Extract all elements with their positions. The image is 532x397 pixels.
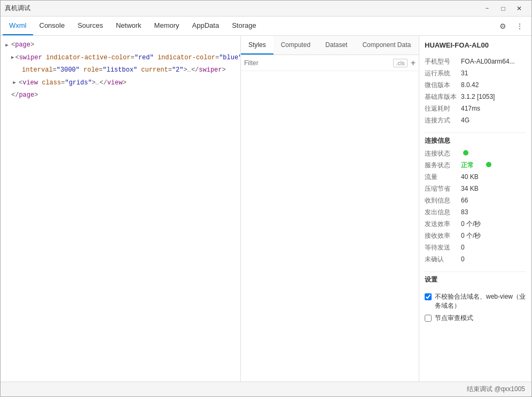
info-row-unconfirm: 未确认 0 xyxy=(425,253,526,265)
info-row-conn-type: 连接方式 4G xyxy=(425,114,526,126)
filter-cls-button[interactable]: .cls xyxy=(393,59,408,67)
section-connection: 连接信息 xyxy=(425,133,526,147)
filter-input[interactable] xyxy=(244,59,390,67)
value-rtt: 417ms xyxy=(461,105,526,112)
label-node-inspect: 节点审查模式 xyxy=(435,314,473,323)
label-pending: 等待发送 xyxy=(425,243,461,252)
menu-memory[interactable]: Memory xyxy=(148,17,186,35)
tab-dataset[interactable]: Dataset xyxy=(318,36,355,55)
minimize-button[interactable]: － xyxy=(479,1,495,17)
label-conn-status: 连接状态 xyxy=(425,149,461,158)
tab-component-data[interactable]: Component Data xyxy=(355,36,418,55)
menubar: Wxml Console Sources Network Memory AppD… xyxy=(1,17,531,36)
menu-actions: ⚙ ⋮ xyxy=(495,17,529,35)
value-recv-msg: 66 xyxy=(461,197,526,204)
info-row-lib: 基础库版本 3.1.2 [1053] xyxy=(425,91,526,103)
value-conn-status xyxy=(461,150,526,157)
info-row-wechat: 微信版本 8.0.42 xyxy=(425,79,526,91)
titlebar: 真机调试 － □ ✕ xyxy=(1,1,531,17)
dom-line-page[interactable]: ▶ <page> xyxy=(3,39,238,52)
main-window: 真机调试 － □ ✕ Wxml Console Sources Network … xyxy=(0,0,532,397)
label-lib: 基础库版本 xyxy=(425,92,461,102)
dom-panel: ▶ <page> ▶ <swiper indicator-active-colo… xyxy=(1,36,241,382)
titlebar-controls: － □ ✕ xyxy=(479,1,527,17)
conn-status-dot xyxy=(463,150,468,155)
filter-add-button[interactable]: + xyxy=(411,58,416,68)
toggle-view[interactable]: ▶ xyxy=(11,80,18,87)
bottom-text: 结束调试 @qxx1005 xyxy=(467,385,525,394)
settings-section: 不校验合法域名、web-view（业务域名） 节点审查模式 xyxy=(425,291,526,324)
menu-sources[interactable]: Sources xyxy=(71,17,109,35)
menu-wxml[interactable]: Wxml xyxy=(3,17,33,35)
value-unconfirm: 0 xyxy=(461,255,526,263)
tab-styles[interactable]: Styles xyxy=(241,36,273,55)
info-row-recv-rate: 接收效率 0 个/秒 xyxy=(425,230,526,242)
info-row-traffic: 流量 40 KB xyxy=(425,171,526,183)
value-os: 31 xyxy=(461,69,526,77)
value-traffic: 40 KB xyxy=(461,173,526,181)
label-recv-rate: 接收效率 xyxy=(425,231,461,240)
dom-line-swiper[interactable]: ▶ <swiper indicator-active-color="red" i… xyxy=(3,52,238,65)
checkbox-node-inspect[interactable] xyxy=(425,315,432,322)
info-row-service-status: 服务状态 正常 xyxy=(425,159,526,171)
titlebar-title: 真机调试 xyxy=(5,4,479,13)
section-settings: 设置 xyxy=(425,271,526,286)
value-compress: 34 KB xyxy=(461,185,526,192)
info-row-pending: 等待发送 0 xyxy=(425,242,526,253)
info-row-compress: 压缩节省 34 KB xyxy=(425,183,526,194)
label-traffic: 流量 xyxy=(425,173,461,182)
value-pending: 0 xyxy=(461,244,526,251)
value-recv-rate: 0 个/秒 xyxy=(461,231,526,240)
info-row-send-msg: 发出信息 83 xyxy=(425,206,526,218)
menu-storage[interactable]: Storage xyxy=(225,17,263,35)
info-row-model: 手机型号 FOA-AL00arm64... xyxy=(425,56,526,67)
close-button[interactable]: ✕ xyxy=(511,1,527,17)
label-send-rate: 发送效率 xyxy=(425,220,461,229)
label-unconfirm: 未确认 xyxy=(425,255,461,264)
menu-console[interactable]: Console xyxy=(33,17,72,35)
checkbox-no-validate[interactable] xyxy=(425,293,432,300)
value-service-status: 正常 xyxy=(461,161,526,170)
tab-computed[interactable]: Computed xyxy=(273,36,318,55)
setting-node-inspect: 节点审查模式 xyxy=(425,312,526,324)
value-send-msg: 83 xyxy=(461,208,526,216)
device-info-panel: HUAWEI-FOA-AL00 手机型号 FOA-AL00arm64... 运行… xyxy=(419,36,531,382)
dom-line-page-close[interactable]: </page> xyxy=(3,89,238,102)
info-row-rtt: 往返耗时 417ms xyxy=(425,103,526,114)
service-status-dot xyxy=(486,162,491,167)
dom-tree[interactable]: ▶ <page> ▶ <swiper indicator-active-colo… xyxy=(1,36,240,382)
value-lib: 3.1.2 [1053] xyxy=(461,93,526,100)
menu-network[interactable]: Network xyxy=(109,17,148,35)
label-os: 运行系统 xyxy=(425,69,461,78)
label-conn-type: 连接方式 xyxy=(425,116,461,125)
dom-line-swiper-attrs[interactable]: interval="3000" role="listbox" current="… xyxy=(3,64,238,77)
filter-bar: .cls + xyxy=(241,55,419,71)
value-model: FOA-AL00arm64... xyxy=(461,58,526,65)
more-icon[interactable]: ⋮ xyxy=(512,19,527,34)
info-row-conn-status: 连接状态 xyxy=(425,147,526,159)
connection-info: 连接状态 服务状态 正常 流量 40 KB 压缩节省 xyxy=(425,147,526,265)
info-row-send-rate: 发送效率 0 个/秒 xyxy=(425,218,526,230)
value-conn-type: 4G xyxy=(461,116,526,124)
info-row-recv-msg: 收到信息 66 xyxy=(425,194,526,206)
info-row-os: 运行系统 31 xyxy=(425,67,526,79)
toggle-page[interactable]: ▶ xyxy=(4,42,10,49)
styles-tabs: Styles Computed Dataset Component Data xyxy=(241,36,419,55)
styles-panel: Styles Computed Dataset Component Data .… xyxy=(241,36,419,382)
menu-appdata[interactable]: AppData xyxy=(186,17,226,35)
label-wechat: 微信版本 xyxy=(425,81,461,90)
value-send-rate: 0 个/秒 xyxy=(461,220,526,229)
maximize-button[interactable]: □ xyxy=(495,1,511,17)
setting-no-validate: 不校验合法域名、web-view（业务域名） xyxy=(425,291,526,312)
label-recv-msg: 收到信息 xyxy=(425,196,461,205)
styles-content xyxy=(241,71,419,382)
dom-line-view[interactable]: ▶ <view class="grids" > … </view> xyxy=(3,77,238,90)
main-content: ▶ <page> ▶ <swiper indicator-active-colo… xyxy=(1,36,531,382)
label-no-validate: 不校验合法域名、web-view（业务域名） xyxy=(435,292,526,310)
toggle-swiper[interactable]: ▶ xyxy=(11,55,14,61)
label-model: 手机型号 xyxy=(425,57,461,66)
bottom-bar: 结束调试 @qxx1005 xyxy=(1,382,531,396)
gear-icon[interactable]: ⚙ xyxy=(495,19,510,34)
value-wechat: 8.0.42 xyxy=(461,81,526,89)
label-compress: 压缩节省 xyxy=(425,184,461,193)
